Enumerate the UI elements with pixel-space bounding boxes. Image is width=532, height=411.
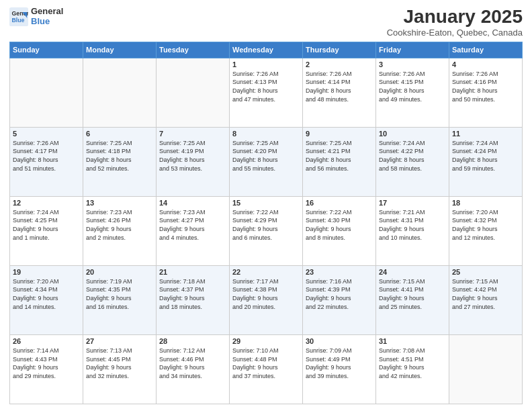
title-block: January 2025 Cookshire-Eaton, Quebec, Ca…	[387, 7, 523, 38]
calendar-cell: 23Sunrise: 7:16 AM Sunset: 4:39 PM Dayli…	[303, 265, 376, 334]
calendar-cell: 15Sunrise: 7:22 AM Sunset: 4:29 PM Dayli…	[230, 196, 303, 265]
day-info: Sunrise: 7:22 AM Sunset: 4:29 PM Dayligh…	[232, 208, 300, 242]
day-info: Sunrise: 7:09 AM Sunset: 4:49 PM Dayligh…	[306, 347, 373, 380]
calendar-cell: 14Sunrise: 7:23 AM Sunset: 4:27 PM Dayli…	[157, 196, 230, 265]
day-number: 10	[379, 130, 446, 138]
day-number: 23	[306, 268, 373, 276]
day-info: Sunrise: 7:23 AM Sunset: 4:27 PM Dayligh…	[159, 208, 226, 242]
weekday-header-row: Sunday Monday Tuesday Wednesday Thursday…	[10, 42, 523, 58]
day-info: Sunrise: 7:21 AM Sunset: 4:31 PM Dayligh…	[379, 208, 446, 242]
header-monday: Monday	[83, 42, 157, 58]
day-info: Sunrise: 7:22 AM Sunset: 4:30 PM Dayligh…	[306, 208, 373, 242]
calendar-cell: 27Sunrise: 7:13 AM Sunset: 4:45 PM Dayli…	[83, 334, 157, 404]
header-thursday: Thursday	[303, 42, 376, 58]
day-info: Sunrise: 7:15 AM Sunset: 4:42 PM Dayligh…	[452, 277, 519, 311]
calendar-cell: 2Sunrise: 7:26 AM Sunset: 4:14 PM Daylig…	[303, 58, 376, 127]
header-saturday: Saturday	[449, 42, 523, 58]
day-info: Sunrise: 7:26 AM Sunset: 4:14 PM Dayligh…	[306, 70, 373, 103]
calendar-table: Sunday Monday Tuesday Wednesday Thursday…	[9, 42, 523, 404]
calendar-cell: 22Sunrise: 7:17 AM Sunset: 4:38 PM Dayli…	[230, 265, 303, 334]
calendar-cell: 16Sunrise: 7:22 AM Sunset: 4:30 PM Dayli…	[303, 196, 376, 265]
day-info: Sunrise: 7:24 AM Sunset: 4:25 PM Dayligh…	[13, 208, 80, 242]
calendar-cell	[449, 334, 523, 404]
calendar-cell: 8Sunrise: 7:25 AM Sunset: 4:20 PM Daylig…	[230, 127, 303, 196]
day-number: 2	[306, 60, 373, 68]
day-number: 24	[379, 268, 446, 276]
header-friday: Friday	[376, 42, 449, 58]
day-info: Sunrise: 7:26 AM Sunset: 4:13 PM Dayligh…	[232, 70, 300, 103]
calendar-cell: 13Sunrise: 7:23 AM Sunset: 4:26 PM Dayli…	[83, 196, 157, 265]
day-number: 6	[86, 130, 153, 138]
day-info: Sunrise: 7:08 AM Sunset: 4:51 PM Dayligh…	[379, 347, 446, 380]
calendar-cell: 9Sunrise: 7:25 AM Sunset: 4:21 PM Daylig…	[303, 127, 376, 196]
day-number: 13	[86, 199, 153, 207]
day-number: 1	[232, 60, 300, 68]
day-info: Sunrise: 7:20 AM Sunset: 4:34 PM Dayligh…	[13, 277, 80, 311]
calendar-week-row: 19Sunrise: 7:20 AM Sunset: 4:34 PM Dayli…	[10, 265, 523, 334]
calendar-cell: 10Sunrise: 7:24 AM Sunset: 4:22 PM Dayli…	[376, 127, 449, 196]
day-number: 12	[13, 199, 80, 207]
day-number: 30	[306, 337, 373, 345]
calendar-cell: 26Sunrise: 7:14 AM Sunset: 4:43 PM Dayli…	[10, 334, 83, 404]
day-number: 18	[452, 199, 519, 207]
day-info: Sunrise: 7:26 AM Sunset: 4:16 PM Dayligh…	[452, 70, 519, 103]
day-info: Sunrise: 7:26 AM Sunset: 4:15 PM Dayligh…	[379, 70, 446, 103]
day-info: Sunrise: 7:25 AM Sunset: 4:20 PM Dayligh…	[232, 139, 300, 173]
day-number: 28	[159, 337, 226, 345]
calendar-cell: 24Sunrise: 7:15 AM Sunset: 4:41 PM Dayli…	[376, 265, 449, 334]
calendar-cell: 20Sunrise: 7:19 AM Sunset: 4:35 PM Dayli…	[83, 265, 157, 334]
month-title: January 2025	[387, 7, 523, 28]
day-number: 4	[452, 60, 519, 68]
calendar-cell: 28Sunrise: 7:12 AM Sunset: 4:46 PM Dayli…	[157, 334, 230, 404]
day-info: Sunrise: 7:26 AM Sunset: 4:17 PM Dayligh…	[13, 139, 80, 173]
calendar-cell: 25Sunrise: 7:15 AM Sunset: 4:42 PM Dayli…	[449, 265, 523, 334]
day-number: 20	[86, 268, 153, 276]
day-info: Sunrise: 7:23 AM Sunset: 4:26 PM Dayligh…	[86, 208, 153, 242]
calendar-cell: 5Sunrise: 7:26 AM Sunset: 4:17 PM Daylig…	[10, 127, 83, 196]
day-number: 16	[306, 199, 373, 207]
calendar-week-row: 26Sunrise: 7:14 AM Sunset: 4:43 PM Dayli…	[10, 334, 523, 404]
calendar-cell: 6Sunrise: 7:25 AM Sunset: 4:18 PM Daylig…	[83, 127, 157, 196]
calendar-week-row: 1Sunrise: 7:26 AM Sunset: 4:13 PM Daylig…	[10, 58, 523, 127]
day-number: 25	[452, 268, 519, 276]
logo-blue: Blue	[31, 17, 63, 27]
calendar-cell: 31Sunrise: 7:08 AM Sunset: 4:51 PM Dayli…	[376, 334, 449, 404]
day-info: Sunrise: 7:24 AM Sunset: 4:22 PM Dayligh…	[379, 139, 446, 173]
day-info: Sunrise: 7:25 AM Sunset: 4:21 PM Dayligh…	[306, 139, 373, 173]
calendar-cell: 21Sunrise: 7:18 AM Sunset: 4:37 PM Dayli…	[157, 265, 230, 334]
day-info: Sunrise: 7:24 AM Sunset: 4:24 PM Dayligh…	[452, 139, 519, 173]
calendar-cell: 1Sunrise: 7:26 AM Sunset: 4:13 PM Daylig…	[230, 58, 303, 127]
day-number: 17	[379, 199, 446, 207]
calendar-cell: 30Sunrise: 7:09 AM Sunset: 4:49 PM Dayli…	[303, 334, 376, 404]
day-info: Sunrise: 7:18 AM Sunset: 4:37 PM Dayligh…	[159, 277, 226, 311]
day-number: 7	[159, 130, 226, 138]
calendar-week-row: 12Sunrise: 7:24 AM Sunset: 4:25 PM Dayli…	[10, 196, 523, 265]
day-number: 19	[13, 268, 80, 276]
day-number: 29	[232, 337, 300, 345]
calendar-cell: 3Sunrise: 7:26 AM Sunset: 4:15 PM Daylig…	[376, 58, 449, 127]
day-info: Sunrise: 7:15 AM Sunset: 4:41 PM Dayligh…	[379, 277, 446, 311]
day-info: Sunrise: 7:25 AM Sunset: 4:18 PM Dayligh…	[86, 139, 153, 173]
logo: General Blue General Blue	[9, 7, 63, 27]
calendar-cell: 18Sunrise: 7:20 AM Sunset: 4:32 PM Dayli…	[449, 196, 523, 265]
day-info: Sunrise: 7:14 AM Sunset: 4:43 PM Dayligh…	[13, 347, 80, 380]
day-info: Sunrise: 7:19 AM Sunset: 4:35 PM Dayligh…	[86, 277, 153, 311]
calendar-cell: 4Sunrise: 7:26 AM Sunset: 4:16 PM Daylig…	[449, 58, 523, 127]
day-number: 8	[232, 130, 300, 138]
day-number: 9	[306, 130, 373, 138]
day-info: Sunrise: 7:20 AM Sunset: 4:32 PM Dayligh…	[452, 208, 519, 242]
day-number: 21	[159, 268, 226, 276]
calendar-cell	[157, 58, 230, 127]
header-tuesday: Tuesday	[157, 42, 230, 58]
calendar-cell: 7Sunrise: 7:25 AM Sunset: 4:19 PM Daylig…	[157, 127, 230, 196]
logo-general: General	[31, 7, 63, 17]
calendar-cell: 11Sunrise: 7:24 AM Sunset: 4:24 PM Dayli…	[449, 127, 523, 196]
calendar-cell	[83, 58, 157, 127]
svg-text:Blue: Blue	[12, 17, 25, 24]
day-info: Sunrise: 7:12 AM Sunset: 4:46 PM Dayligh…	[159, 347, 226, 380]
day-info: Sunrise: 7:25 AM Sunset: 4:19 PM Dayligh…	[159, 139, 226, 173]
day-number: 14	[159, 199, 226, 207]
day-number: 11	[452, 130, 519, 138]
calendar-cell: 19Sunrise: 7:20 AM Sunset: 4:34 PM Dayli…	[10, 265, 83, 334]
calendar-cell: 17Sunrise: 7:21 AM Sunset: 4:31 PM Dayli…	[376, 196, 449, 265]
